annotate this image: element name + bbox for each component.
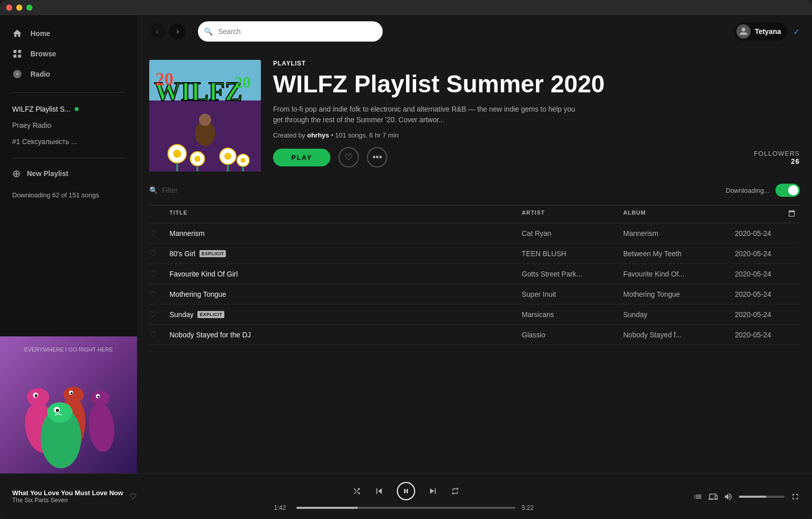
- sidebar-playlist-sexy[interactable]: #1 Сексуальність ...: [0, 133, 137, 150]
- playlist-description: From lo-fi pop and indie folk to electro…: [273, 104, 578, 125]
- sidebar-playlist-wilfz[interactable]: WILFZ Playlist S...: [0, 101, 137, 117]
- playlist-cover: WILFZ 20 20: [149, 60, 261, 171]
- player-controls: [352, 482, 460, 500]
- playlist-section: WILFZ Playlist S... Praey Radio #1 Сексу…: [0, 97, 137, 154]
- track-artist: Cat Ryan: [522, 229, 623, 237]
- track-album: Sunday: [623, 310, 735, 319]
- sidebar-album-art: EVERYWHERE I GO RIGHT HERE: [0, 336, 137, 473]
- now-playing-title: What You Love You Must Love Now: [12, 489, 123, 497]
- track-row[interactable]: ♡ Mothering Tongue Super Inuit Mothering…: [149, 284, 800, 304]
- track-title: Nobody Stayed for the DJ: [170, 331, 251, 339]
- previous-button[interactable]: [374, 486, 385, 497]
- track-title: Sunday: [170, 310, 193, 319]
- progress-bar[interactable]: [296, 507, 516, 509]
- play-button[interactable]: PLAY: [273, 149, 330, 166]
- volume-bar[interactable]: [739, 496, 785, 498]
- app-body: Home Browse: [0, 15, 812, 473]
- track-like-button[interactable]: ♡: [149, 249, 170, 258]
- traffic-lights: [6, 5, 32, 11]
- sidebar-playlist-praey[interactable]: Praey Radio: [0, 117, 137, 133]
- svg-text:EVERYWHERE I GO RIGHT HERE: EVERYWHERE I GO RIGHT HERE: [24, 347, 113, 353]
- svg-rect-0: [14, 50, 17, 53]
- total-time: 5:22: [522, 504, 538, 511]
- verified-icon: ✓: [793, 27, 800, 37]
- more-options-button[interactable]: •••: [367, 147, 387, 167]
- track-row[interactable]: ♡ 80's Girl EXPLICIT TEEN BLUSH Between …: [149, 244, 800, 264]
- sidebar-item-radio[interactable]: Radio: [0, 64, 137, 84]
- track-table-header: TITLE ARTIST ALBUM: [149, 205, 800, 223]
- search-icon: 🔍: [204, 27, 213, 36]
- download-status-text: Downloading 62 of 151 songs: [12, 191, 99, 199]
- track-row[interactable]: ♡ Nobody Stayed for the DJ Glassio Nobod…: [149, 325, 800, 345]
- track-like-button[interactable]: ♡: [149, 228, 170, 238]
- user-name: Tetyana: [755, 27, 781, 36]
- radio-icon: [12, 69, 22, 79]
- forward-button[interactable]: ›: [170, 23, 186, 40]
- player-center: 1:42 5:22: [164, 482, 648, 511]
- play-pause-button[interactable]: [397, 482, 415, 500]
- playlist-info: PLAYLIST WILFZ Playlist Summer 2020 From…: [273, 60, 800, 171]
- shuffle-button[interactable]: [352, 487, 361, 496]
- volume-button[interactable]: [724, 492, 733, 501]
- filter-input-wrap: 🔍 Filter: [149, 186, 178, 194]
- track-artist: TEEN BLUSH: [522, 250, 623, 258]
- player-heart-button[interactable]: ♡: [129, 492, 137, 501]
- user-avatar: [736, 24, 751, 39]
- player-bar: What You Love You Must Love Now The Six …: [0, 473, 812, 519]
- top-bar: ‹ › 🔍 Tetyana ✓: [137, 15, 812, 48]
- next-button[interactable]: [427, 486, 438, 497]
- header-date: [735, 210, 796, 219]
- search-input[interactable]: [198, 21, 383, 42]
- svg-point-36: [224, 153, 231, 160]
- fullscreen-button[interactable]: [791, 492, 800, 501]
- like-playlist-button[interactable]: ♡: [339, 147, 359, 167]
- track-title: Favourite Kind Of Girl: [170, 270, 238, 278]
- close-button[interactable]: [6, 5, 12, 11]
- track-album: Favourite Kind Of...: [623, 270, 735, 278]
- header-title: TITLE: [170, 210, 522, 219]
- track-date: 2020-05-24: [735, 229, 796, 237]
- playlist-song-count: 101 songs: [335, 131, 365, 139]
- track-title: Mothering Tongue: [170, 290, 226, 298]
- svg-text:20: 20: [234, 73, 251, 91]
- track-like-button[interactable]: ♡: [149, 289, 170, 299]
- user-menu-button[interactable]: Tetyana: [734, 22, 787, 41]
- explicit-badge: EXPLICIT: [197, 311, 224, 318]
- devices-button[interactable]: [708, 492, 718, 501]
- maximize-button[interactable]: [26, 5, 32, 11]
- followers-count: 26: [754, 157, 800, 165]
- track-album: Mothering Tongue: [623, 290, 735, 298]
- track-title-cell: Nobody Stayed for the DJ: [170, 331, 522, 339]
- svg-point-4: [16, 73, 19, 76]
- track-list-container[interactable]: 🔍 Filter Downloading... TITLE ARTIST ALB…: [137, 180, 812, 473]
- svg-point-34: [194, 156, 200, 162]
- filter-search-icon: 🔍: [149, 186, 158, 194]
- svg-point-11: [91, 391, 110, 406]
- repeat-button[interactable]: [451, 487, 460, 496]
- followers-info: FOLLOWERS 26: [754, 150, 800, 165]
- new-playlist-button[interactable]: ⊕ New Playlist: [0, 162, 137, 185]
- sidebar-item-home[interactable]: Home: [0, 23, 137, 44]
- header-album: ALBUM: [623, 210, 735, 219]
- track-like-button[interactable]: ♡: [149, 330, 170, 339]
- track-row[interactable]: ♡ Mannerism Cat Ryan Mannerism 2020-05-2…: [149, 223, 800, 244]
- track-date: 2020-05-24: [735, 250, 796, 258]
- sidebar-playlist-praey-label: Praey Radio: [12, 121, 51, 129]
- active-indicator: [75, 107, 79, 111]
- playlist-duration: 6 hr 7 min: [369, 131, 399, 139]
- back-button[interactable]: ‹: [149, 23, 165, 40]
- download-toggle[interactable]: [775, 184, 800, 197]
- track-like-button[interactable]: ♡: [149, 309, 170, 319]
- downloading-label: Downloading...: [726, 187, 769, 194]
- track-row[interactable]: ♡ Sunday EXPLICIT Marsicans Sunday 2020-…: [149, 304, 800, 325]
- track-row[interactable]: ♡ Favourite Kind Of Girl Gotts Street Pa…: [149, 264, 800, 284]
- track-like-button[interactable]: ♡: [149, 269, 170, 279]
- queue-button[interactable]: [693, 492, 702, 501]
- minimize-button[interactable]: [16, 5, 22, 11]
- track-album: Mannerism: [623, 229, 735, 237]
- download-status: Downloading 62 of 151 songs: [0, 185, 137, 206]
- svg-rect-3: [18, 55, 21, 58]
- playlist-meta: Created by ohrhys • 101 songs, 6 hr 7 mi…: [273, 131, 800, 139]
- track-title-cell: 80's Girl EXPLICIT: [170, 250, 522, 258]
- sidebar-item-browse[interactable]: Browse: [0, 44, 137, 64]
